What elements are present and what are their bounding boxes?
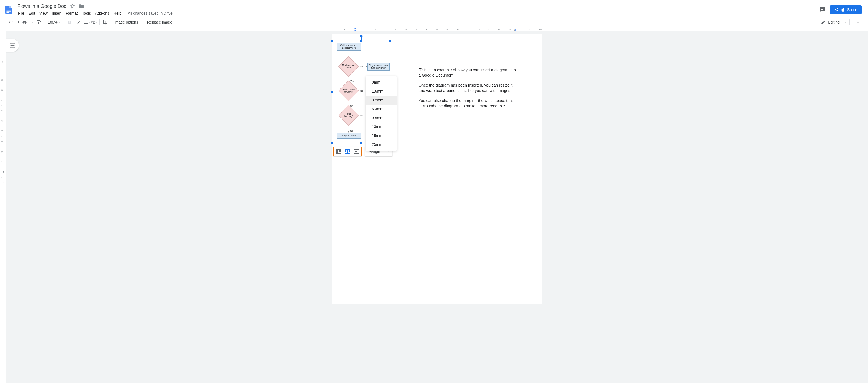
svg-rect-21 bbox=[336, 150, 338, 152]
margin-option[interactable]: 6.4mm bbox=[366, 105, 397, 114]
svg-rect-6 bbox=[84, 22, 88, 23]
svg-rect-7 bbox=[84, 23, 88, 24]
toolbar: ↶ ↷ A 100% Image options Replace image E… bbox=[0, 17, 868, 27]
resize-handle-w[interactable] bbox=[331, 91, 333, 93]
editing-label: Editing bbox=[828, 20, 840, 24]
vruler-tick: 4 bbox=[1, 99, 3, 102]
doc-title[interactable]: Flows in a Google Doc bbox=[16, 3, 67, 9]
collapse-toolbar-button[interactable] bbox=[855, 20, 862, 24]
zoom-dropdown[interactable]: 100% bbox=[46, 20, 62, 24]
fc-no3: No bbox=[350, 129, 353, 132]
resize-handle-n[interactable] bbox=[361, 40, 362, 42]
vruler-tick: 5 bbox=[1, 109, 3, 112]
undo-button[interactable]: ↶ bbox=[7, 19, 14, 26]
vruler-tick: 3 bbox=[1, 89, 3, 91]
wrap-text-button[interactable] bbox=[344, 148, 351, 155]
svg-rect-24 bbox=[336, 153, 341, 154]
ruler-tick: 8 bbox=[436, 28, 437, 31]
svg-rect-18 bbox=[10, 47, 13, 47]
ruler-tick: 2 bbox=[374, 28, 376, 31]
ruler-tick: 2 bbox=[333, 28, 335, 31]
move-folder-icon[interactable] bbox=[78, 3, 85, 9]
svg-rect-34 bbox=[354, 153, 359, 154]
menu-view[interactable]: View bbox=[38, 10, 50, 17]
ruler-tick: 12 bbox=[477, 28, 480, 31]
ruler-tick: 5 bbox=[405, 28, 407, 31]
margin-option[interactable]: 3.2mm bbox=[366, 96, 397, 105]
ruler-tick: 14 bbox=[498, 28, 500, 31]
svg-rect-20 bbox=[336, 149, 341, 150]
ruler-tick: 4 bbox=[395, 28, 396, 31]
ruler-tick: 10 bbox=[457, 28, 459, 31]
ruler-tick: 17 bbox=[529, 28, 531, 31]
wrap-break-button[interactable] bbox=[352, 148, 360, 155]
border-color-button[interactable] bbox=[76, 19, 84, 26]
margin-option[interactable]: 0mm bbox=[366, 78, 397, 87]
margin-option[interactable]: 9.5mm bbox=[366, 114, 397, 122]
resize-handle-s[interactable] bbox=[361, 142, 362, 144]
editor-surface[interactable]: Coffee machine doesn't work Machine has … bbox=[6, 31, 868, 383]
menu-file[interactable]: File bbox=[16, 10, 26, 17]
horizontal-ruler[interactable]: ◂ 2·1·1·2·3·4·5·6·7·8·9·10·11·12·13·14·1… bbox=[0, 27, 868, 31]
ruler-tick: 6 bbox=[415, 28, 417, 31]
document-page[interactable]: Coffee machine doesn't work Machine has … bbox=[332, 33, 542, 304]
vruler-tick: 8 bbox=[1, 140, 3, 143]
paragraph-2[interactable]: Once the diagram has been inserted, you … bbox=[418, 83, 516, 93]
border-weight-button[interactable] bbox=[84, 19, 91, 26]
redo-button[interactable]: ↷ bbox=[14, 19, 21, 26]
ruler-tick: 1 bbox=[364, 28, 366, 31]
svg-rect-33 bbox=[355, 151, 358, 152]
menu-tools[interactable]: Tools bbox=[80, 10, 93, 17]
share-button[interactable]: Share bbox=[830, 5, 862, 14]
rotate-handle[interactable] bbox=[360, 35, 363, 37]
menu-insert[interactable]: Insert bbox=[50, 10, 63, 17]
save-status[interactable]: All changes saved in Drive bbox=[126, 10, 175, 17]
vertical-ruler[interactable]: ⌞ ⌝ 1·2·3·4·5·6·7·8·9·10·11·12· bbox=[0, 31, 6, 383]
vruler-tick: 11 bbox=[1, 171, 4, 174]
resize-handle-sw[interactable] bbox=[331, 142, 333, 144]
border-dash-button[interactable] bbox=[91, 19, 98, 26]
resize-handle-ne[interactable] bbox=[390, 40, 391, 42]
wrap-inline-button[interactable] bbox=[335, 148, 342, 155]
resize-handle-nw[interactable] bbox=[331, 40, 333, 42]
margin-option[interactable]: 25mm bbox=[366, 140, 397, 149]
menu-format[interactable]: Format bbox=[64, 10, 80, 17]
vruler-tick: 1 bbox=[1, 68, 3, 71]
svg-rect-2 bbox=[7, 12, 9, 13]
outline-toggle-button[interactable] bbox=[6, 39, 19, 52]
svg-rect-16 bbox=[10, 44, 14, 45]
menu-addons[interactable]: Add-ons bbox=[93, 10, 111, 17]
print-button[interactable] bbox=[21, 19, 28, 26]
share-label: Share bbox=[847, 7, 857, 12]
margin-option[interactable]: 19mm bbox=[366, 131, 397, 140]
spellcheck-button[interactable]: A bbox=[28, 19, 35, 26]
docs-logo[interactable] bbox=[3, 4, 14, 15]
svg-rect-27 bbox=[345, 150, 346, 151]
fc-filter: Filter Warning? bbox=[341, 108, 356, 122]
replace-image-button[interactable]: Replace image bbox=[145, 19, 177, 26]
svg-rect-1 bbox=[7, 11, 11, 11]
image-options-button[interactable]: Image options bbox=[112, 19, 141, 26]
comments-icon[interactable] bbox=[818, 6, 826, 13]
svg-rect-30 bbox=[349, 151, 350, 152]
ruler-tick: 16 bbox=[518, 28, 521, 31]
svg-rect-29 bbox=[349, 150, 350, 151]
star-icon[interactable] bbox=[69, 3, 76, 9]
svg-rect-14 bbox=[93, 23, 94, 24]
margin-option[interactable]: 1.6mm bbox=[366, 87, 397, 96]
svg-rect-23 bbox=[339, 151, 341, 152]
menu-edit[interactable]: Edit bbox=[27, 10, 37, 17]
paragraph-1[interactable]: This is an example of how you can insert… bbox=[418, 67, 516, 78]
ruler-tick: 13 bbox=[488, 28, 490, 31]
paint-format-button[interactable] bbox=[35, 19, 42, 26]
add-comment-button bbox=[66, 19, 73, 26]
paragraph-3[interactable]: You can also change the margin - the whi… bbox=[418, 98, 516, 109]
svg-rect-15 bbox=[94, 23, 95, 24]
mode-editing-button[interactable]: Editing ▾ bbox=[819, 20, 848, 25]
svg-rect-12 bbox=[91, 23, 91, 24]
vruler-tick: 7 bbox=[1, 130, 3, 132]
crop-button[interactable] bbox=[101, 19, 108, 26]
svg-rect-5 bbox=[84, 21, 88, 21]
menu-help[interactable]: Help bbox=[112, 10, 123, 17]
margin-option[interactable]: 13mm bbox=[366, 122, 397, 131]
